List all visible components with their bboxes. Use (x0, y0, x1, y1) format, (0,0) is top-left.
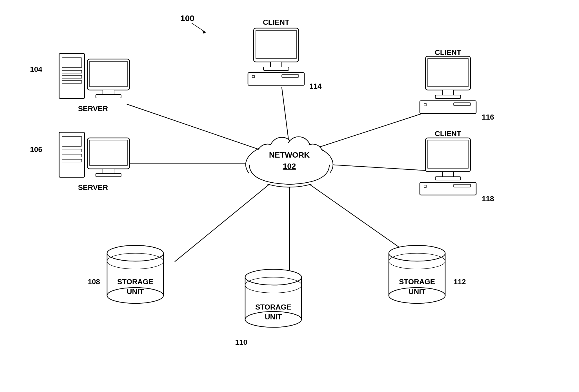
svg-rect-21 (252, 75, 254, 78)
svg-rect-31 (442, 172, 454, 177)
svg-rect-46 (62, 136, 82, 146)
svg-rect-20 (282, 75, 299, 77)
svg-rect-44 (96, 95, 121, 98)
network-label: NETWORK (269, 151, 310, 159)
server-106-label: SERVER (78, 183, 108, 192)
storage-112-label2: UNIT (409, 287, 426, 296)
svg-marker-67 (202, 30, 206, 34)
svg-rect-47 (62, 149, 82, 152)
svg-rect-53 (96, 173, 121, 177)
storage-110-label2: UNIT (265, 313, 282, 321)
storage-108-label2: UNIT (127, 287, 144, 296)
network-ref: 102 (283, 162, 296, 171)
svg-rect-32 (435, 177, 461, 180)
server-104-label: SERVER (78, 104, 108, 113)
client-118 (420, 138, 476, 195)
ref-116: 116 (482, 113, 494, 121)
storage-108-label1: STORAGE (117, 277, 153, 286)
svg-rect-49 (62, 159, 82, 162)
ref-114: 114 (309, 82, 322, 90)
svg-rect-42 (90, 61, 127, 87)
svg-rect-38 (62, 70, 82, 73)
ref-110: 110 (235, 338, 247, 346)
client-116-label: CLIENT (435, 48, 461, 57)
svg-rect-52 (103, 169, 114, 173)
client-118-label: CLIENT (435, 129, 461, 138)
ref-118: 118 (482, 194, 494, 203)
server-106 (59, 132, 130, 177)
svg-rect-34 (454, 184, 471, 187)
svg-rect-28 (424, 104, 426, 106)
svg-rect-51 (90, 140, 127, 165)
svg-line-3 (127, 104, 270, 153)
svg-rect-35 (424, 185, 426, 187)
svg-rect-27 (454, 103, 471, 106)
svg-rect-24 (442, 90, 454, 95)
svg-rect-16 (256, 30, 296, 59)
svg-rect-37 (62, 58, 82, 68)
client-116 (420, 56, 476, 113)
svg-rect-23 (428, 59, 468, 87)
svg-rect-30 (428, 140, 468, 168)
server-104 (59, 53, 130, 98)
svg-rect-43 (103, 90, 114, 95)
network-diagram: NETWORK 102 (0, 0, 579, 392)
client-114 (248, 28, 304, 85)
ref-112: 112 (454, 277, 466, 286)
ref-104: 104 (30, 65, 43, 73)
svg-rect-39 (62, 75, 82, 78)
storage-112-label1: STORAGE (399, 277, 435, 286)
ref-100: 100 (180, 14, 194, 23)
ref-108: 108 (88, 277, 100, 286)
ref-106: 106 (30, 145, 42, 154)
svg-rect-17 (270, 62, 282, 67)
svg-rect-18 (263, 67, 289, 70)
svg-rect-40 (62, 80, 82, 83)
svg-rect-48 (62, 154, 82, 157)
client-114-label: CLIENT (263, 18, 289, 26)
svg-line-5 (175, 179, 276, 262)
storage-110-label1: STORAGE (255, 303, 291, 311)
svg-rect-25 (435, 95, 461, 98)
svg-line-66 (192, 23, 206, 32)
